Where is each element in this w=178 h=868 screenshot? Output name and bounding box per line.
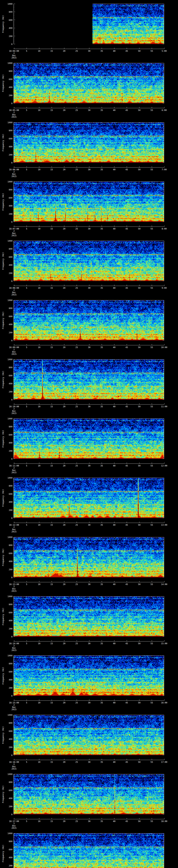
y-tick-label: 1000 [0, 181, 12, 183]
minute-tick-label: 45 [124, 702, 129, 704]
minute-tick-label: 45 [124, 227, 129, 230]
y-tick-label: 200 [0, 450, 12, 452]
minute-tick-label: 15 [49, 50, 54, 52]
minute-tick-label: 40 [112, 50, 117, 52]
y-tick-label: 1000 [0, 3, 12, 5]
x-tick-mark [52, 403, 52, 404]
minute-tick-label: 10 [36, 761, 42, 763]
x-tick-mark [52, 107, 52, 108]
y-tick-label: 800 [0, 307, 12, 310]
minute-tick-label: 5 [24, 346, 29, 349]
end-time-label: 18:00 [159, 820, 169, 823]
minute-tick-label: 30 [87, 465, 92, 467]
end-time-label: 10:00 [159, 346, 169, 349]
y-tick-label: 0 [0, 813, 12, 816]
end-time-label: 12:00 [159, 465, 169, 467]
minute-tick-label: 15 [49, 524, 54, 526]
y-tick-label: 200 [0, 805, 12, 808]
y-axis-title: Frequency (Hz) [2, 602, 4, 630]
y-tick-label: 800 [0, 70, 12, 72]
x-tick-mark [77, 225, 77, 226]
date-line: 2015 [6, 175, 22, 178]
spectrogram-canvas [13, 774, 164, 814]
minute-tick-label: 55 [149, 702, 154, 704]
x-tick-mark [164, 107, 165, 108]
y-tick-label: 800 [0, 781, 12, 783]
date-line: 2015 [6, 57, 22, 59]
minute-tick-label: 25 [74, 702, 79, 704]
y-tick-label: 800 [0, 426, 12, 428]
minute-tick-label: 35 [99, 346, 104, 349]
x-tick-mark [77, 462, 77, 464]
spectrogram-canvas [13, 715, 164, 755]
y-axis-title: Frequency (Hz) [2, 840, 4, 867]
y-tick-label: 0 [0, 636, 12, 638]
y-axis-title: Frequency (Hz) [2, 366, 4, 393]
date-label: 2Dec2015 [6, 408, 22, 414]
start-time-label: 18:13:00 [7, 583, 21, 586]
minute-tick-label: 25 [74, 109, 79, 112]
minute-tick-label: 35 [99, 642, 104, 645]
spectrogram-panel: Frequency (Hz) 18:13:00 14:00 2Dec2015 0… [0, 533, 178, 592]
spectrogram-canvas [13, 655, 164, 696]
minute-tick-label: 5 [24, 168, 29, 171]
spectrogram-panel: Frequency (Hz) 18:12:00 13:00 2Dec2015 0… [0, 474, 178, 533]
x-tick-mark [152, 759, 152, 760]
y-tick-label: 800 [0, 366, 12, 369]
x-tick-mark [39, 403, 39, 404]
spectrogram-canvas [13, 122, 164, 163]
minute-tick-label: 20 [62, 820, 67, 823]
y-tick-label: 800 [0, 129, 12, 132]
minute-tick-label: 45 [124, 168, 129, 171]
y-tick-label: 400 [0, 264, 12, 266]
minute-tick-label: 50 [137, 405, 142, 408]
minute-tick-label: 15 [49, 405, 54, 408]
minute-tick-label: 30 [87, 287, 92, 289]
x-tick-mark [77, 166, 77, 167]
minute-tick-label: 20 [62, 109, 67, 112]
y-tick-label: 200 [0, 865, 12, 867]
minute-tick-label: 20 [62, 227, 67, 230]
minute-tick-label: 50 [137, 168, 142, 171]
minute-tick-label: 55 [149, 168, 154, 171]
start-time-label: 18:08:00 [7, 287, 21, 289]
spectrogram-panel: Frequency (Hz) 18:04:00 5:00 2Dec2015 02… [0, 0, 178, 59]
date-label: 2Dec2015 [6, 763, 22, 770]
x-tick-mark [77, 818, 77, 819]
x-tick-mark [52, 640, 52, 641]
minute-tick-label: 40 [112, 465, 117, 467]
y-tick-label: 600 [0, 256, 12, 258]
minute-tick-label: 55 [149, 287, 154, 289]
date-label: 2Dec2015 [6, 230, 22, 237]
x-tick-mark [39, 700, 39, 701]
minute-tick-label: 5 [24, 820, 29, 823]
minute-tick-label: 40 [112, 109, 117, 112]
end-time-label: 13:00 [159, 524, 169, 526]
end-time-label: 15:00 [159, 642, 169, 645]
x-tick-mark [64, 640, 64, 641]
date-line: 2015 [6, 531, 22, 533]
start-time-label: 18:12:00 [7, 524, 21, 526]
minute-tick-label: 5 [24, 50, 29, 52]
x-tick-mark [164, 225, 165, 226]
x-tick-mark [64, 344, 64, 345]
date-label: 2Dec2015 [6, 52, 22, 59]
minute-tick-label: 55 [149, 50, 154, 52]
y-tick-label: 1000 [0, 654, 12, 657]
end-time-label: 6:00 [159, 109, 169, 112]
y-tick-label: 0 [0, 339, 12, 342]
spectrogram-panel: Frequency (Hz) 18:08:00 9:00 2Dec2015 02… [0, 237, 178, 296]
y-axis-title: Frequency (Hz) [2, 306, 4, 334]
date-label: 2Dec2015 [6, 704, 22, 711]
y-tick-label: 200 [0, 94, 12, 97]
date-line: 2015 [6, 471, 22, 474]
minute-tick-label: 30 [87, 702, 92, 704]
start-time-label: 18:07:00 [7, 227, 21, 230]
x-tick-mark [164, 403, 165, 404]
spectrogram-canvas [13, 833, 164, 868]
x-tick-mark [152, 522, 152, 523]
minute-tick-label: 20 [62, 761, 67, 763]
minute-tick-label: 55 [149, 583, 154, 586]
x-tick-mark [64, 166, 64, 167]
minute-tick-label: 35 [99, 287, 104, 289]
